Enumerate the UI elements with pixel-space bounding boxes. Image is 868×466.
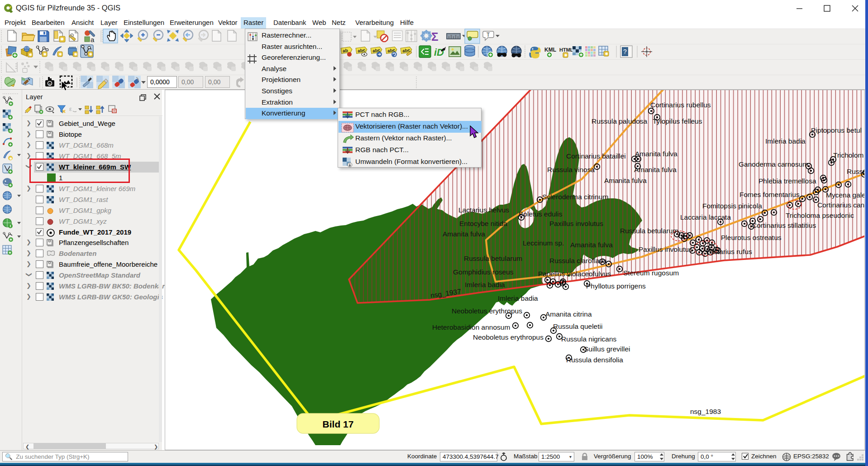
svg-text:Gomphidius roseus: Gomphidius roseus [453,268,514,276]
svg-text:Paxillus involutus: Paxillus involutus [549,220,603,227]
svg-text:Fomes fomentarius: Fomes fomentarius [739,191,800,198]
svg-text:T: T [486,32,490,38]
svg-text:Neoboletus erythropus: Neoboletus erythropus [452,307,522,315]
svg-text:Russula claroflava: Russula claroflava [549,257,607,264]
svg-text:Russula nigricans: Russula nigricans [561,335,617,343]
svg-text:Amanita fulva: Amanita fulva [570,241,613,249]
svg-text:Entocybe nitida: Entocybe nitida [459,220,507,227]
svg-text:Russula paludosa: Russula paludosa [591,117,648,125]
svg-text:✱: ✱ [59,52,62,57]
svg-text:✱: ✱ [564,53,568,58]
svg-text:Imleria badia: Imleria badia [765,137,806,145]
svg-text:ab: ab [342,48,348,53]
svg-text:Tricholoma pseudonic: Tricholoma pseudonic [786,211,854,219]
svg-text:Panellus violaceofulvus: Panellus violaceofulvus [538,270,611,278]
svg-text:Phlebia tremellosa: Phlebia tremellosa [758,177,816,185]
svg-text:Scleroderma citrinum: Scleroderma citrinum [542,193,608,201]
svg-text:Fomitopsis pinicola: Fomitopsis pinicola [702,202,762,210]
svg-text:Lactarius helvus: Lactarius helvus [458,206,509,214]
svg-text:Imleria badia: Imleria badia [498,294,538,302]
svg-text:✱: ✱ [89,52,93,57]
svg-text:Heterobasidion annosum: Heterobasidion annosum [432,323,510,331]
svg-text:Mycena gale: Mycena gale [826,191,864,199]
svg-text:Amanita fulva: Amanita fulva [634,166,677,173]
svg-text:ε: ε [69,106,72,112]
svg-text:Piptoporus betul: Piptoporus betul [811,126,862,134]
svg-text:Bild 17: Bild 17 [323,419,354,429]
svg-text:Tricholom: Tricholom [833,151,863,159]
svg-text:Neoboletus erythropus: Neoboletus erythropus [473,333,544,341]
svg-text:?: ? [623,48,627,55]
svg-text:Amanita fulva: Amanita fulva [443,230,485,238]
svg-text:Russula betularum: Russula betularum [620,227,678,235]
svg-text:Amanita fulva: Amanita fulva [604,177,647,184]
svg-text:Suillus grevillei: Suillus grevillei [584,345,630,353]
svg-text:Phyllotus porrigens: Phyllotus porrigens [586,282,646,290]
svg-text:✱: ✱ [605,52,609,56]
svg-text:Tylopilus felleus: Tylopilus felleus [653,117,702,125]
svg-text:✱: ✱ [29,53,33,57]
svg-text:✱: ✱ [10,157,13,161]
svg-text:o: o [49,82,51,86]
svg-text:Σ: Σ [431,30,439,43]
svg-text:Pleurotus ostreatus: Pleurotus ostreatus [721,234,782,241]
svg-text:Boletus edulis: Boletus edulis [519,210,563,218]
svg-text:Paxillus involutus: Paxillus involutus [639,245,692,253]
svg-text:Russula betularum: Russula betularum [464,255,522,262]
svg-text:Cortinarius bataillei: Cortinarius bataillei [566,152,626,160]
svg-text:Amanita fulva: Amanita fulva [635,150,677,158]
svg-text:a: a [91,36,95,43]
svg-text:Russula queletii: Russula queletii [553,322,602,330]
svg-text:Amanita citrina: Amanita citrina [545,310,592,318]
svg-text:HTML: HTML [559,47,573,53]
svg-text:Cortinarius rubellus: Cortinarius rubellus [650,101,711,109]
svg-text:✱: ✱ [60,37,64,42]
svg-text:Ganoderma carnosum: Ganoderma carnosum [739,160,808,168]
svg-text:Russula densifolia: Russula densifolia [566,356,623,364]
svg-text:Stereum rugosum: Stereum rugosum [623,269,679,277]
svg-text:Russula vinosa: Russula vinosa [547,166,595,173]
svg-text:Cortinarius can: Cortinarius can [817,201,864,209]
svg-text:Laccaria laccata: Laccaria laccata [680,213,731,221]
svg-text:nsg_1983: nsg_1983 [690,408,721,415]
svg-text:iD: iD [434,47,444,58]
svg-text:Lactarius rufus: Lactarius rufus [706,248,752,255]
svg-text:Russu: Russu [847,168,864,175]
svg-text:Imleria badia: Imleria badia [465,281,505,288]
svg-text:✱: ✱ [43,52,47,57]
svg-text:Leccinum sp.: Leccinum sp. [523,239,564,247]
svg-text:Cortinarius stillatitius: Cortinarius stillatitius [752,221,816,229]
svg-text:✱: ✱ [74,52,78,57]
